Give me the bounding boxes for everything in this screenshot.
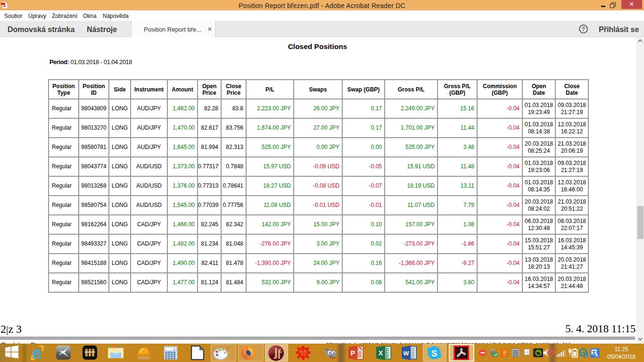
svg-text:S: S [431, 348, 438, 358]
svg-text:A: A [595, 353, 599, 358]
svg-text:W: W [403, 350, 409, 357]
svg-text:e: e [32, 345, 41, 361]
svg-text:STALEX: STALEX [138, 356, 150, 360]
svg-text:i: i [586, 354, 586, 357]
svg-text:0: 0 [173, 348, 175, 351]
svg-text:X: X [379, 349, 383, 357]
svg-text:P: P [351, 349, 355, 357]
